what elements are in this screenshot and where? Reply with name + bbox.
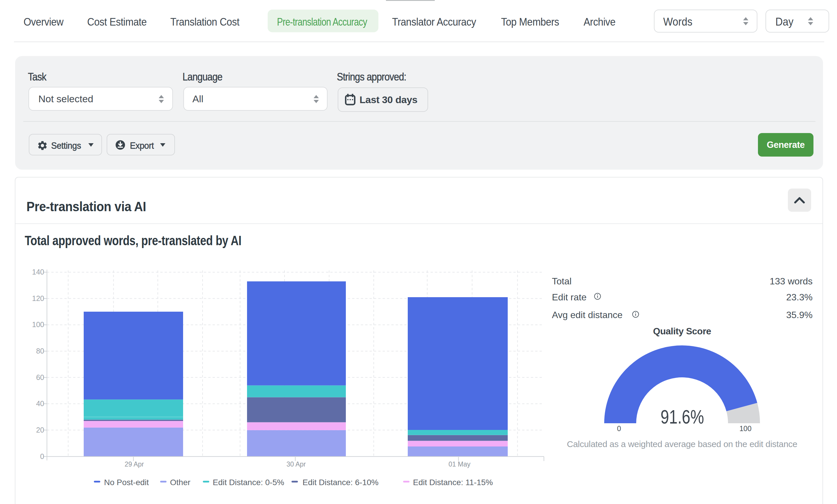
svg-text:01 May: 01 May <box>448 461 470 468</box>
svg-text:30 Apr: 30 Apr <box>287 461 306 468</box>
svg-text:40: 40 <box>36 399 44 408</box>
svg-text:Edit Distance: 0-5%: Edit Distance: 0-5% <box>213 478 284 487</box>
svg-text:120: 120 <box>32 294 44 302</box>
svg-text:No Post-edit: No Post-edit <box>104 478 149 487</box>
svg-text:100: 100 <box>32 320 44 328</box>
svg-text:0: 0 <box>40 452 44 461</box>
svg-text:20: 20 <box>36 426 44 434</box>
svg-text:140: 140 <box>32 268 44 276</box>
svg-text:29 Apr: 29 Apr <box>125 461 144 468</box>
svg-text:80: 80 <box>36 347 44 355</box>
svg-text:Edit Distance: 6-10%: Edit Distance: 6-10% <box>303 478 378 487</box>
svg-text:60: 60 <box>36 373 44 381</box>
svg-text:Other: Other <box>170 478 190 487</box>
svg-text:Edit Distance: 11-15%: Edit Distance: 11-15% <box>413 478 493 487</box>
